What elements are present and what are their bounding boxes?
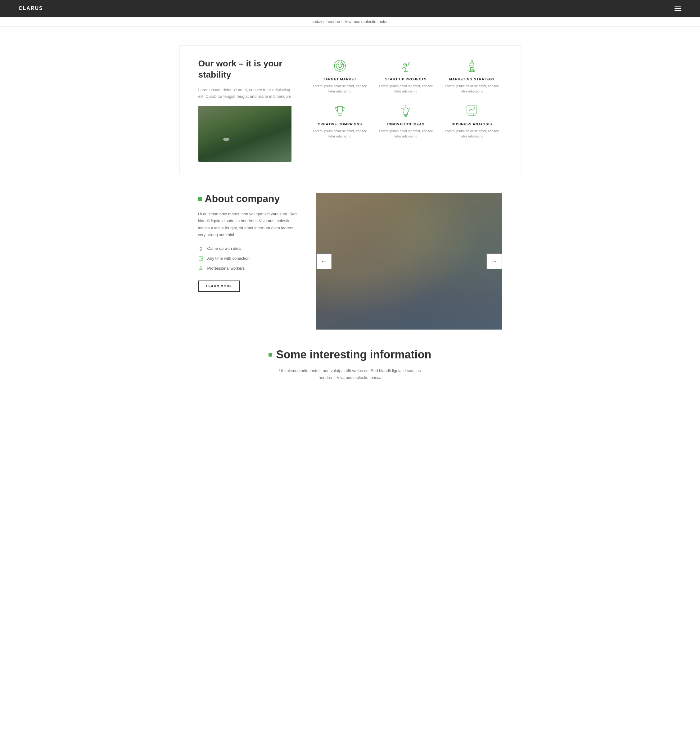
- feature-business: BUSINESS ANALYSIS Lorem ipsum dolor sit …: [442, 103, 502, 139]
- feature-innovation: INNOVATION IDEAS Lorem ipsum dolor sit a…: [376, 103, 436, 139]
- feature-creative: CREATIVE COMPAIGNS Lorem ipsum dolor sit…: [310, 103, 370, 139]
- info-title: Some interesting information: [198, 348, 502, 361]
- work-description: Lorem ipsum dolor sit amet, consec tetur…: [198, 87, 292, 100]
- about-left: About company Ut euismod odio metus, non…: [198, 193, 297, 292]
- svg-line-14: [408, 62, 410, 63]
- telescope-icon: [398, 58, 414, 73]
- feature-target-market: TARGET MARKET Lorem ipsum dolor sit amet…: [310, 58, 370, 94]
- feature-title-innovation: INNOVATION IDEAS: [376, 122, 436, 126]
- svg-line-13: [402, 67, 403, 69]
- svg-point-39: [200, 267, 202, 268]
- navbar-logo: CLARUS: [19, 6, 43, 11]
- feature-marketing: MARKETING STRATEGY Lorem ipsum dolor sit…: [442, 58, 502, 94]
- svg-rect-18: [470, 68, 473, 69]
- feature-desc-business: Lorem ipsum dolor sit amet, consec tetur…: [442, 128, 502, 139]
- svg-line-27: [409, 108, 410, 109]
- slider-prev-button[interactable]: ←: [316, 253, 332, 269]
- about-list: Came up with idea Any time with conectio…: [198, 246, 297, 271]
- feature-title-marketing: MARKETING STRATEGY: [442, 77, 502, 81]
- feature-desc-creative: Lorem ipsum dolor sit amet, consec tetur…: [310, 128, 370, 139]
- feature-title-creative: CREATIVE COMPAIGNS: [310, 122, 370, 126]
- chart-icon: [464, 103, 480, 119]
- feature-desc-target: Lorem ipsum dolor sit amet, consec tetur…: [310, 83, 370, 94]
- bulb-icon: [398, 103, 414, 119]
- trophy-icon: [332, 103, 348, 119]
- svg-point-7: [341, 63, 343, 65]
- svg-line-26: [402, 108, 403, 109]
- list-item-time: Any time with conection: [198, 256, 297, 261]
- feature-desc-marketing: Lorem ipsum dolor sit amet, consec tetur…: [442, 83, 502, 94]
- svg-point-15: [405, 64, 407, 66]
- chess-icon: [464, 58, 480, 73]
- list-item-idea: Came up with idea: [198, 246, 297, 251]
- feature-desc-innovation: Lorem ipsum dolor sit amet, consec tetur…: [376, 128, 436, 139]
- list-item-workers: Professional workers: [198, 266, 297, 271]
- work-left: Our work – it is your stability Lorem ip…: [198, 58, 292, 162]
- feature-title-business: BUSINESS ANALYSIS: [442, 122, 502, 126]
- ticker: sodales hendrerit. Vivamus molestie metu…: [0, 17, 700, 27]
- lightbulb-icon: [198, 246, 204, 251]
- about-image: [316, 193, 502, 329]
- menu-icon[interactable]: [675, 6, 681, 11]
- green-accent: [198, 197, 202, 201]
- user-icon: [198, 266, 204, 271]
- features-grid: TARGET MARKET Lorem ipsum dolor sit amet…: [310, 58, 502, 162]
- learn-more-button[interactable]: LEARN MORE: [198, 281, 240, 292]
- work-image: [198, 106, 292, 162]
- info-green-accent: [269, 353, 272, 357]
- about-title: About company: [198, 193, 297, 204]
- section-work: Our work – it is your stability Lorem ip…: [180, 45, 521, 175]
- navbar: CLARUS: [0, 0, 700, 17]
- work-title: Our work – it is your stability: [198, 58, 292, 81]
- feature-desc-startup: Lorem ipsum dolor sit amet, consec tetur…: [376, 83, 436, 94]
- feature-title-startup: START UP PROJECTS: [376, 77, 436, 81]
- about-description: Ut euismod odio metus, non volutpat elit…: [198, 211, 297, 238]
- section-about: About company Ut euismod odio metus, non…: [180, 193, 521, 329]
- clock-icon: [198, 256, 204, 261]
- info-description: Ut euismod odio metus, non volutpat elit…: [273, 367, 428, 381]
- slider-next-button[interactable]: →: [486, 253, 502, 269]
- section-info: Some interesting information Ut euismod …: [180, 348, 521, 381]
- feature-title-target: TARGET MARKET: [310, 77, 370, 81]
- about-image-container: ← →: [316, 193, 502, 329]
- target-icon: [332, 58, 348, 73]
- feature-startup: START UP PROJECTS Lorem ipsum dolor sit …: [376, 58, 436, 94]
